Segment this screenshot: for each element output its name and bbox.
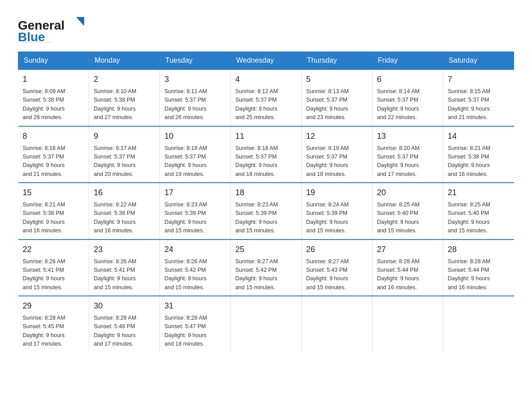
weekday-header-thursday: Thursday bbox=[301, 52, 372, 70]
day-info: Sunrise: 8:09 AMSunset: 5:38 PMDaylight:… bbox=[23, 87, 85, 122]
weekday-header-row: SundayMondayTuesdayWednesdayThursdayFrid… bbox=[18, 52, 514, 70]
day-number: 24 bbox=[164, 244, 226, 256]
calendar-cell: 8Sunrise: 8:16 AMSunset: 5:37 PMDaylight… bbox=[18, 126, 89, 183]
day-number: 28 bbox=[448, 244, 510, 256]
calendar-cell: 1Sunrise: 8:09 AMSunset: 5:38 PMDaylight… bbox=[18, 69, 89, 126]
calendar-cell: 21Sunrise: 8:25 AMSunset: 5:40 PMDayligh… bbox=[443, 183, 514, 240]
svg-text:Blue: Blue bbox=[18, 30, 45, 43]
weekday-header-friday: Friday bbox=[372, 52, 443, 70]
calendar-cell: 4Sunrise: 8:12 AMSunset: 5:37 PMDaylight… bbox=[231, 69, 301, 126]
calendar-cell: 16Sunrise: 8:22 AMSunset: 5:38 PMDayligh… bbox=[89, 183, 160, 240]
day-number: 6 bbox=[377, 73, 438, 86]
day-number: 8 bbox=[23, 130, 85, 142]
day-info: Sunrise: 8:28 AMSunset: 5:44 PMDaylight:… bbox=[448, 257, 510, 292]
calendar-cell: 30Sunrise: 8:28 AMSunset: 5:46 PMDayligh… bbox=[89, 296, 160, 352]
calendar-cell: 25Sunrise: 8:27 AMSunset: 5:42 PMDayligh… bbox=[231, 240, 301, 296]
calendar-cell: 9Sunrise: 8:17 AMSunset: 5:37 PMDaylight… bbox=[89, 126, 160, 183]
weekday-header-monday: Monday bbox=[89, 52, 160, 70]
day-info: Sunrise: 8:28 AMSunset: 5:44 PMDaylight:… bbox=[377, 257, 438, 292]
day-info: Sunrise: 8:26 AMSunset: 5:41 PMDaylight:… bbox=[94, 257, 155, 292]
day-number: 30 bbox=[94, 300, 155, 312]
day-number: 11 bbox=[235, 130, 296, 142]
calendar-cell: 24Sunrise: 8:26 AMSunset: 5:42 PMDayligh… bbox=[160, 240, 231, 296]
calendar-cell: 14Sunrise: 8:21 AMSunset: 5:38 PMDayligh… bbox=[443, 126, 514, 183]
day-number: 29 bbox=[23, 300, 85, 312]
weekday-header-wednesday: Wednesday bbox=[231, 52, 301, 70]
day-info: Sunrise: 8:27 AMSunset: 5:43 PMDaylight:… bbox=[306, 257, 368, 292]
day-number: 21 bbox=[448, 187, 510, 199]
calendar-cell: 15Sunrise: 8:21 AMSunset: 5:38 PMDayligh… bbox=[18, 183, 89, 240]
day-number: 20 bbox=[377, 187, 438, 199]
logo-svg: General Blue bbox=[18, 13, 87, 43]
day-info: Sunrise: 8:13 AMSunset: 5:37 PMDaylight:… bbox=[306, 87, 368, 122]
day-number: 22 bbox=[23, 244, 85, 256]
day-number: 13 bbox=[377, 130, 438, 142]
calendar-week-1: 1Sunrise: 8:09 AMSunset: 5:38 PMDaylight… bbox=[18, 69, 514, 126]
calendar-cell: 11Sunrise: 8:18 AMSunset: 5:37 PMDayligh… bbox=[231, 126, 301, 183]
svg-marker-1 bbox=[76, 17, 84, 26]
calendar-cell bbox=[301, 296, 372, 352]
day-number: 15 bbox=[23, 187, 85, 199]
logo: General Blue bbox=[18, 13, 87, 43]
day-info: Sunrise: 8:26 AMSunset: 5:42 PMDaylight:… bbox=[164, 257, 226, 292]
day-info: Sunrise: 8:25 AMSunset: 5:40 PMDaylight:… bbox=[448, 201, 510, 235]
day-info: Sunrise: 8:27 AMSunset: 5:42 PMDaylight:… bbox=[235, 257, 296, 292]
day-info: Sunrise: 8:25 AMSunset: 5:40 PMDaylight:… bbox=[377, 201, 438, 235]
day-number: 19 bbox=[306, 187, 368, 199]
calendar-cell: 5Sunrise: 8:13 AMSunset: 5:37 PMDaylight… bbox=[301, 69, 372, 126]
day-info: Sunrise: 8:28 AMSunset: 5:47 PMDaylight:… bbox=[164, 314, 226, 349]
day-number: 14 bbox=[448, 130, 510, 142]
day-info: Sunrise: 8:23 AMSunset: 5:39 PMDaylight:… bbox=[164, 201, 226, 235]
calendar-week-4: 22Sunrise: 8:26 AMSunset: 5:41 PMDayligh… bbox=[18, 240, 514, 296]
day-number: 7 bbox=[448, 73, 510, 86]
calendar-cell: 18Sunrise: 8:23 AMSunset: 5:39 PMDayligh… bbox=[231, 183, 301, 240]
weekday-header-sunday: Sunday bbox=[18, 52, 89, 70]
calendar-cell bbox=[372, 296, 443, 352]
day-info: Sunrise: 8:19 AMSunset: 5:37 PMDaylight:… bbox=[306, 144, 368, 179]
calendar-cell: 29Sunrise: 8:28 AMSunset: 5:45 PMDayligh… bbox=[18, 296, 89, 352]
day-info: Sunrise: 8:11 AMSunset: 5:37 PMDaylight:… bbox=[164, 87, 226, 122]
day-info: Sunrise: 8:18 AMSunset: 5:37 PMDaylight:… bbox=[164, 144, 226, 179]
day-info: Sunrise: 8:26 AMSunset: 5:41 PMDaylight:… bbox=[23, 257, 85, 292]
day-info: Sunrise: 8:17 AMSunset: 5:37 PMDaylight:… bbox=[94, 144, 155, 179]
day-number: 17 bbox=[164, 187, 226, 199]
day-info: Sunrise: 8:10 AMSunset: 5:38 PMDaylight:… bbox=[94, 87, 155, 122]
day-info: Sunrise: 8:12 AMSunset: 5:37 PMDaylight:… bbox=[235, 87, 296, 122]
calendar-cell: 23Sunrise: 8:26 AMSunset: 5:41 PMDayligh… bbox=[89, 240, 160, 296]
calendar-cell: 13Sunrise: 8:20 AMSunset: 5:37 PMDayligh… bbox=[372, 126, 443, 183]
calendar-cell bbox=[231, 296, 301, 352]
day-info: Sunrise: 8:14 AMSunset: 5:37 PMDaylight:… bbox=[377, 87, 438, 122]
calendar-cell: 31Sunrise: 8:28 AMSunset: 5:47 PMDayligh… bbox=[160, 296, 231, 352]
weekday-header-tuesday: Tuesday bbox=[160, 52, 231, 70]
day-info: Sunrise: 8:16 AMSunset: 5:37 PMDaylight:… bbox=[23, 144, 85, 179]
day-info: Sunrise: 8:24 AMSunset: 5:39 PMDaylight:… bbox=[306, 201, 368, 235]
calendar-cell: 22Sunrise: 8:26 AMSunset: 5:41 PMDayligh… bbox=[18, 240, 89, 296]
calendar-cell: 12Sunrise: 8:19 AMSunset: 5:37 PMDayligh… bbox=[301, 126, 372, 183]
calendar-week-3: 15Sunrise: 8:21 AMSunset: 5:38 PMDayligh… bbox=[18, 183, 514, 240]
day-number: 2 bbox=[94, 73, 155, 86]
day-number: 25 bbox=[235, 244, 296, 256]
day-info: Sunrise: 8:28 AMSunset: 5:45 PMDaylight:… bbox=[23, 314, 85, 349]
calendar-cell: 26Sunrise: 8:27 AMSunset: 5:43 PMDayligh… bbox=[301, 240, 372, 296]
day-number: 26 bbox=[306, 244, 368, 256]
day-info: Sunrise: 8:23 AMSunset: 5:39 PMDaylight:… bbox=[235, 201, 296, 235]
day-info: Sunrise: 8:18 AMSunset: 5:37 PMDaylight:… bbox=[235, 144, 296, 179]
day-info: Sunrise: 8:28 AMSunset: 5:46 PMDaylight:… bbox=[94, 314, 155, 349]
calendar-cell bbox=[443, 296, 514, 352]
calendar-cell: 28Sunrise: 8:28 AMSunset: 5:44 PMDayligh… bbox=[443, 240, 514, 296]
calendar-cell: 27Sunrise: 8:28 AMSunset: 5:44 PMDayligh… bbox=[372, 240, 443, 296]
calendar-cell: 7Sunrise: 8:15 AMSunset: 5:37 PMDaylight… bbox=[443, 69, 514, 126]
weekday-header-saturday: Saturday bbox=[443, 52, 514, 70]
day-info: Sunrise: 8:15 AMSunset: 5:37 PMDaylight:… bbox=[448, 87, 510, 122]
day-number: 1 bbox=[23, 73, 85, 86]
calendar-cell: 19Sunrise: 8:24 AMSunset: 5:39 PMDayligh… bbox=[301, 183, 372, 240]
page-header: General Blue bbox=[18, 13, 514, 43]
calendar-week-2: 8Sunrise: 8:16 AMSunset: 5:37 PMDaylight… bbox=[18, 126, 514, 183]
calendar-table: SundayMondayTuesdayWednesdayThursdayFrid… bbox=[18, 51, 514, 352]
calendar-cell: 17Sunrise: 8:23 AMSunset: 5:39 PMDayligh… bbox=[160, 183, 231, 240]
calendar-cell: 10Sunrise: 8:18 AMSunset: 5:37 PMDayligh… bbox=[160, 126, 231, 183]
day-number: 18 bbox=[235, 187, 296, 199]
day-info: Sunrise: 8:21 AMSunset: 5:38 PMDaylight:… bbox=[448, 144, 510, 179]
calendar-cell: 6Sunrise: 8:14 AMSunset: 5:37 PMDaylight… bbox=[372, 69, 443, 126]
day-info: Sunrise: 8:22 AMSunset: 5:38 PMDaylight:… bbox=[94, 201, 155, 235]
